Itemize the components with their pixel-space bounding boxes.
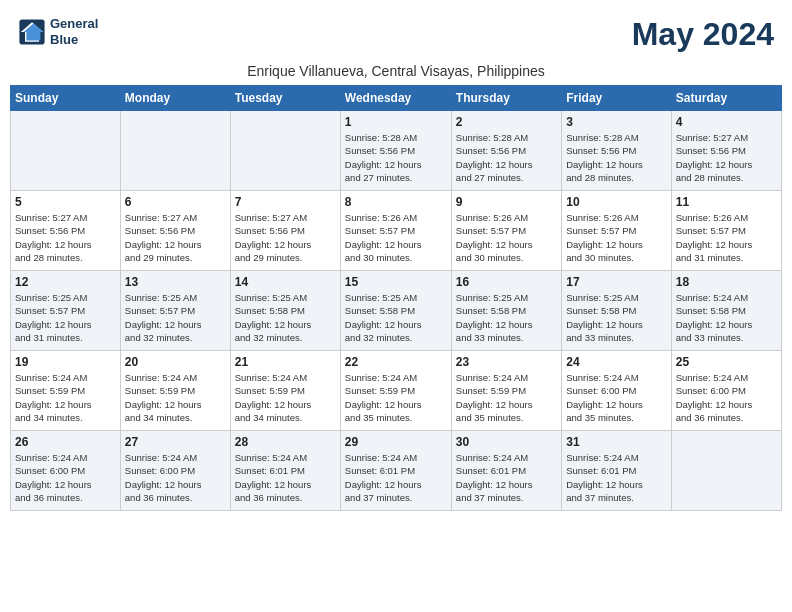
calendar-cell: 22Sunrise: 5:24 AM Sunset: 5:59 PM Dayli… xyxy=(340,351,451,431)
calendar-cell: 20Sunrise: 5:24 AM Sunset: 5:59 PM Dayli… xyxy=(120,351,230,431)
day-info: Sunrise: 5:24 AM Sunset: 6:00 PM Dayligh… xyxy=(676,371,777,424)
day-number: 7 xyxy=(235,195,336,209)
day-number: 11 xyxy=(676,195,777,209)
day-info: Sunrise: 5:24 AM Sunset: 6:00 PM Dayligh… xyxy=(15,451,116,504)
day-info: Sunrise: 5:25 AM Sunset: 5:57 PM Dayligh… xyxy=(125,291,226,344)
calendar-cell: 18Sunrise: 5:24 AM Sunset: 5:58 PM Dayli… xyxy=(671,271,781,351)
weekday-header-tuesday: Tuesday xyxy=(230,86,340,111)
calendar-cell: 24Sunrise: 5:24 AM Sunset: 6:00 PM Dayli… xyxy=(562,351,671,431)
calendar-cell: 17Sunrise: 5:25 AM Sunset: 5:58 PM Dayli… xyxy=(562,271,671,351)
day-number: 30 xyxy=(456,435,557,449)
calendar-cell: 11Sunrise: 5:26 AM Sunset: 5:57 PM Dayli… xyxy=(671,191,781,271)
logo-text: General Blue xyxy=(50,16,98,47)
calendar-cell: 14Sunrise: 5:25 AM Sunset: 5:58 PM Dayli… xyxy=(230,271,340,351)
day-info: Sunrise: 5:28 AM Sunset: 5:56 PM Dayligh… xyxy=(566,131,666,184)
calendar-cell: 13Sunrise: 5:25 AM Sunset: 5:57 PM Dayli… xyxy=(120,271,230,351)
day-number: 6 xyxy=(125,195,226,209)
calendar-cell: 10Sunrise: 5:26 AM Sunset: 5:57 PM Dayli… xyxy=(562,191,671,271)
calendar-cell: 1Sunrise: 5:28 AM Sunset: 5:56 PM Daylig… xyxy=(340,111,451,191)
calendar-cell: 6Sunrise: 5:27 AM Sunset: 5:56 PM Daylig… xyxy=(120,191,230,271)
calendar-cell: 9Sunrise: 5:26 AM Sunset: 5:57 PM Daylig… xyxy=(451,191,561,271)
day-info: Sunrise: 5:25 AM Sunset: 5:58 PM Dayligh… xyxy=(235,291,336,344)
weekday-header-friday: Friday xyxy=(562,86,671,111)
day-number: 31 xyxy=(566,435,666,449)
calendar-cell: 27Sunrise: 5:24 AM Sunset: 6:00 PM Dayli… xyxy=(120,431,230,511)
day-number: 17 xyxy=(566,275,666,289)
calendar-week-row: 1Sunrise: 5:28 AM Sunset: 5:56 PM Daylig… xyxy=(11,111,782,191)
day-number: 19 xyxy=(15,355,116,369)
calendar-cell: 15Sunrise: 5:25 AM Sunset: 5:58 PM Dayli… xyxy=(340,271,451,351)
day-info: Sunrise: 5:26 AM Sunset: 5:57 PM Dayligh… xyxy=(676,211,777,264)
calendar-cell: 23Sunrise: 5:24 AM Sunset: 5:59 PM Dayli… xyxy=(451,351,561,431)
day-info: Sunrise: 5:24 AM Sunset: 5:59 PM Dayligh… xyxy=(345,371,447,424)
day-info: Sunrise: 5:24 AM Sunset: 6:01 PM Dayligh… xyxy=(456,451,557,504)
day-number: 1 xyxy=(345,115,447,129)
weekday-header-sunday: Sunday xyxy=(11,86,121,111)
day-info: Sunrise: 5:24 AM Sunset: 5:58 PM Dayligh… xyxy=(676,291,777,344)
weekday-header-saturday: Saturday xyxy=(671,86,781,111)
day-number: 14 xyxy=(235,275,336,289)
weekday-header-monday: Monday xyxy=(120,86,230,111)
calendar-week-row: 5Sunrise: 5:27 AM Sunset: 5:56 PM Daylig… xyxy=(11,191,782,271)
calendar-cell: 29Sunrise: 5:24 AM Sunset: 6:01 PM Dayli… xyxy=(340,431,451,511)
day-info: Sunrise: 5:25 AM Sunset: 5:58 PM Dayligh… xyxy=(456,291,557,344)
logo: General Blue xyxy=(18,16,98,47)
day-number: 9 xyxy=(456,195,557,209)
logo-icon xyxy=(18,18,46,46)
day-info: Sunrise: 5:26 AM Sunset: 5:57 PM Dayligh… xyxy=(566,211,666,264)
calendar-week-row: 19Sunrise: 5:24 AM Sunset: 5:59 PM Dayli… xyxy=(11,351,782,431)
calendar-cell: 5Sunrise: 5:27 AM Sunset: 5:56 PM Daylig… xyxy=(11,191,121,271)
day-number: 8 xyxy=(345,195,447,209)
day-number: 4 xyxy=(676,115,777,129)
day-number: 29 xyxy=(345,435,447,449)
weekday-header-thursday: Thursday xyxy=(451,86,561,111)
day-info: Sunrise: 5:28 AM Sunset: 5:56 PM Dayligh… xyxy=(345,131,447,184)
day-number: 22 xyxy=(345,355,447,369)
day-info: Sunrise: 5:24 AM Sunset: 5:59 PM Dayligh… xyxy=(456,371,557,424)
day-info: Sunrise: 5:24 AM Sunset: 6:00 PM Dayligh… xyxy=(125,451,226,504)
day-info: Sunrise: 5:24 AM Sunset: 5:59 PM Dayligh… xyxy=(15,371,116,424)
weekday-header-wednesday: Wednesday xyxy=(340,86,451,111)
calendar-cell: 19Sunrise: 5:24 AM Sunset: 5:59 PM Dayli… xyxy=(11,351,121,431)
day-number: 21 xyxy=(235,355,336,369)
month-title: May 2024 xyxy=(632,16,774,53)
day-number: 18 xyxy=(676,275,777,289)
day-info: Sunrise: 5:24 AM Sunset: 6:01 PM Dayligh… xyxy=(566,451,666,504)
day-info: Sunrise: 5:24 AM Sunset: 6:00 PM Dayligh… xyxy=(566,371,666,424)
day-info: Sunrise: 5:27 AM Sunset: 5:56 PM Dayligh… xyxy=(235,211,336,264)
day-number: 3 xyxy=(566,115,666,129)
day-info: Sunrise: 5:25 AM Sunset: 5:58 PM Dayligh… xyxy=(345,291,447,344)
day-number: 5 xyxy=(15,195,116,209)
location-subtitle: Enrique Villanueva, Central Visayas, Phi… xyxy=(10,63,782,79)
day-number: 13 xyxy=(125,275,226,289)
day-info: Sunrise: 5:27 AM Sunset: 5:56 PM Dayligh… xyxy=(125,211,226,264)
day-number: 16 xyxy=(456,275,557,289)
page-header: General Blue May 2024 xyxy=(10,10,782,59)
calendar-cell xyxy=(120,111,230,191)
day-info: Sunrise: 5:26 AM Sunset: 5:57 PM Dayligh… xyxy=(456,211,557,264)
day-info: Sunrise: 5:27 AM Sunset: 5:56 PM Dayligh… xyxy=(15,211,116,264)
day-info: Sunrise: 5:24 AM Sunset: 5:59 PM Dayligh… xyxy=(235,371,336,424)
calendar-cell: 4Sunrise: 5:27 AM Sunset: 5:56 PM Daylig… xyxy=(671,111,781,191)
day-info: Sunrise: 5:24 AM Sunset: 6:01 PM Dayligh… xyxy=(345,451,447,504)
calendar-week-row: 12Sunrise: 5:25 AM Sunset: 5:57 PM Dayli… xyxy=(11,271,782,351)
day-number: 26 xyxy=(15,435,116,449)
calendar-cell: 3Sunrise: 5:28 AM Sunset: 5:56 PM Daylig… xyxy=(562,111,671,191)
day-number: 27 xyxy=(125,435,226,449)
calendar-week-row: 26Sunrise: 5:24 AM Sunset: 6:00 PM Dayli… xyxy=(11,431,782,511)
calendar-cell: 31Sunrise: 5:24 AM Sunset: 6:01 PM Dayli… xyxy=(562,431,671,511)
calendar-cell: 8Sunrise: 5:26 AM Sunset: 5:57 PM Daylig… xyxy=(340,191,451,271)
day-number: 12 xyxy=(15,275,116,289)
calendar-cell: 28Sunrise: 5:24 AM Sunset: 6:01 PM Dayli… xyxy=(230,431,340,511)
calendar-cell: 26Sunrise: 5:24 AM Sunset: 6:00 PM Dayli… xyxy=(11,431,121,511)
calendar-cell xyxy=(11,111,121,191)
day-number: 2 xyxy=(456,115,557,129)
day-number: 28 xyxy=(235,435,336,449)
calendar-cell: 16Sunrise: 5:25 AM Sunset: 5:58 PM Dayli… xyxy=(451,271,561,351)
calendar-cell xyxy=(230,111,340,191)
day-number: 23 xyxy=(456,355,557,369)
calendar-cell: 12Sunrise: 5:25 AM Sunset: 5:57 PM Dayli… xyxy=(11,271,121,351)
day-info: Sunrise: 5:25 AM Sunset: 5:57 PM Dayligh… xyxy=(15,291,116,344)
day-number: 20 xyxy=(125,355,226,369)
day-number: 24 xyxy=(566,355,666,369)
